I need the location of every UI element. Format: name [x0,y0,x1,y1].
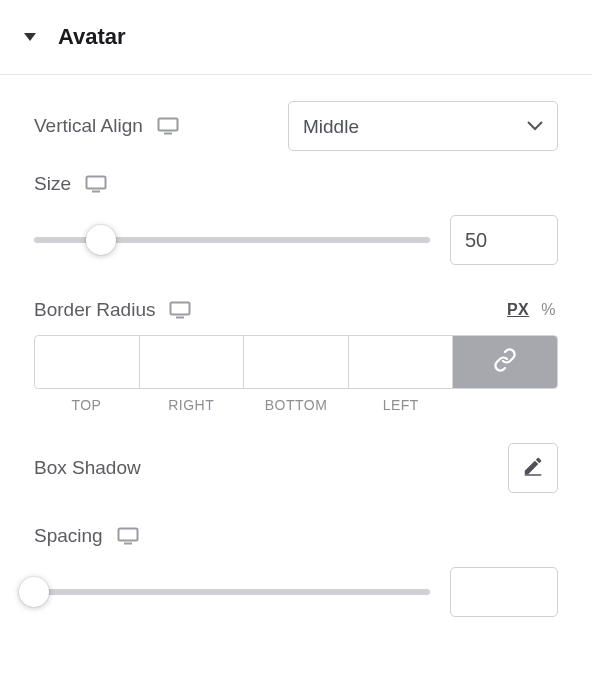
row-spacing: Spacing [34,525,558,617]
svg-rect-5 [176,317,184,319]
link-icon [493,348,517,376]
svg-rect-3 [92,191,100,193]
br-label-left: LEFT [348,397,453,413]
vertical-align-select[interactable]: TopMiddleBottom [288,101,558,151]
svg-rect-7 [118,529,137,541]
label-size: Size [34,173,71,195]
desktop-icon[interactable] [169,301,191,319]
caret-down-icon [24,33,36,41]
br-label-bottom: BOTTOM [244,397,349,413]
unit-px[interactable]: PX [505,299,531,321]
row-vertical-align: Vertical Align TopMiddleBottom [34,101,558,151]
border-radius-left-input[interactable] [349,336,453,388]
border-radius-right-input[interactable] [140,336,244,388]
pencil-icon [522,455,544,481]
box-shadow-edit-button[interactable] [508,443,558,493]
desktop-icon[interactable] [157,117,179,135]
spacing-slider[interactable] [34,577,430,607]
border-radius-top-input[interactable] [35,336,139,388]
desktop-icon[interactable] [85,175,107,193]
label-spacing: Spacing [34,525,103,547]
svg-rect-2 [86,177,105,189]
label-box-shadow: Box Shadow [34,457,141,479]
svg-rect-1 [164,133,172,135]
spacing-slider-thumb[interactable] [19,577,49,607]
br-label-top: TOP [34,397,139,413]
section-header-avatar[interactable]: Avatar [0,12,592,75]
svg-rect-6 [525,474,542,475]
spacing-input[interactable] [450,567,558,617]
label-border-radius: Border Radius [34,299,155,321]
border-radius-bottom-input[interactable] [244,336,348,388]
row-size: Size [34,173,558,265]
label-vertical-align: Vertical Align [34,115,143,137]
size-input[interactable] [450,215,558,265]
desktop-icon[interactable] [117,527,139,545]
svg-rect-4 [171,303,190,315]
border-radius-inputs [34,335,558,389]
row-box-shadow: Box Shadow [34,443,558,493]
size-slider[interactable] [34,225,430,255]
br-label-right: RIGHT [139,397,244,413]
size-slider-thumb[interactable] [86,225,116,255]
svg-rect-8 [124,543,132,545]
unit-percent[interactable]: % [539,299,558,321]
link-values-toggle[interactable] [453,336,557,388]
row-border-radius: Border Radius PX % [34,299,558,413]
svg-rect-0 [158,119,177,131]
section-title: Avatar [58,24,126,50]
unit-switcher: PX % [505,299,558,321]
